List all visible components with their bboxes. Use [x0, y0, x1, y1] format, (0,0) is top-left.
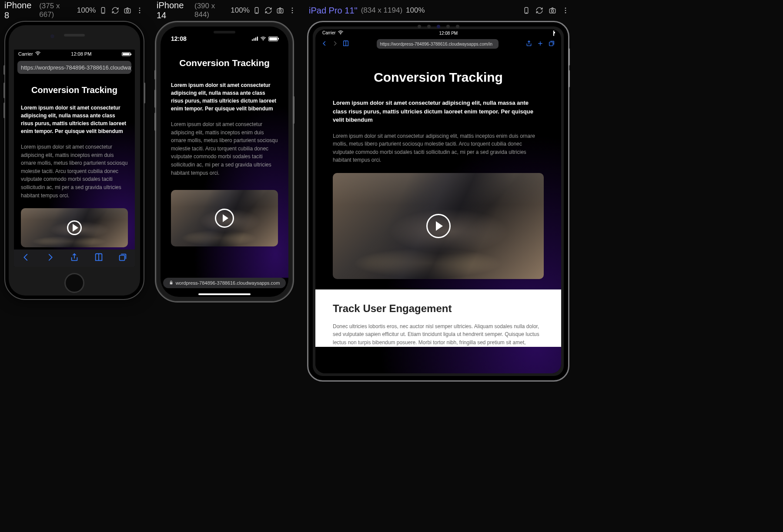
svg-rect-19 [257, 37, 258, 40]
bookmarks-icon[interactable] [342, 40, 349, 48]
device-name: iPhone 8 [4, 0, 36, 20]
device-icon[interactable] [521, 5, 532, 16]
clock: 12:08 [171, 35, 187, 42]
bookmarks-icon[interactable] [94, 253, 104, 264]
lock-icon [169, 280, 173, 286]
camera-icon[interactable] [276, 5, 285, 16]
camera-array [418, 25, 459, 28]
tabs-icon[interactable] [118, 253, 127, 264]
body-text: Lorem ipsum dolor sit amet consectetur a… [333, 132, 544, 164]
forward-icon [332, 40, 338, 48]
url-bar[interactable]: https://wordpress-784896-3788616.cloudwa… [377, 39, 499, 49]
clock: 12:08 PM [439, 31, 458, 36]
url-pill[interactable]: wordpress-784896-3788616.cloudwaysapps.c… [163, 278, 286, 288]
home-button[interactable] [64, 273, 84, 293]
share-icon[interactable] [70, 253, 79, 264]
iphone14-frame: 12:08 Conversion Tracking Lorem ipsum do… [155, 21, 294, 303]
section-title: Track User Engagement [333, 303, 544, 315]
url-text: https://wordpress-784896-3788616.cloudwa… [21, 64, 131, 71]
svg-rect-11 [278, 9, 284, 13]
svg-rect-2 [124, 9, 130, 13]
svg-point-29 [340, 34, 341, 35]
svg-point-27 [565, 10, 566, 11]
safari-toolbar [14, 249, 135, 267]
play-icon[interactable] [426, 214, 451, 238]
back-icon[interactable] [21, 253, 31, 264]
device-zoom: 100% [406, 6, 425, 15]
device-zoom: 100% [77, 6, 96, 15]
battery-icon [122, 52, 130, 56]
white-section: Track User Engagement Donec ultricies lo… [315, 289, 561, 347]
iphone8-frame: Carrier 12:08 PM https://wordpress-78489… [4, 21, 144, 300]
body-text: Lorem ipsum dolor sit amet consectetur a… [21, 143, 128, 200]
device-name: iPhone 14 [157, 0, 191, 20]
iphone8-screen: Carrier 12:08 PM https://wordpress-78489… [14, 50, 135, 267]
battery-icon [553, 30, 554, 36]
safari-toolbar: https://wordpress-784896-3788616.cloudwa… [315, 37, 561, 51]
page-title: Conversion Tracking [171, 58, 278, 68]
svg-point-14 [291, 10, 293, 11]
clock: 12:08 PM [71, 51, 91, 57]
section-text: Donec ultricies lobortis eros, nec aucto… [333, 323, 544, 347]
svg-point-13 [291, 7, 293, 9]
page-content[interactable]: Conversion Tracking Lorem ipsum dolor si… [14, 76, 135, 249]
svg-point-6 [139, 12, 141, 13]
ipad-frame: Carrier 12:08 PM https://wordpress-78489… [307, 21, 569, 382]
forward-icon[interactable] [45, 253, 55, 264]
page-content[interactable]: Conversion Tracking Lorem ipsum dolor si… [315, 51, 561, 373]
video-card[interactable] [21, 208, 128, 247]
svg-rect-24 [549, 9, 555, 13]
svg-point-26 [565, 7, 566, 9]
svg-rect-16 [252, 40, 253, 41]
svg-rect-18 [255, 37, 256, 40]
page-title: Conversion Tracking [333, 70, 544, 85]
safari-bottom-bar: wordpress-784896-3788616.cloudwaysapps.c… [161, 278, 288, 297]
device-name: iPad Pro 11" [309, 6, 358, 16]
video-card[interactable] [171, 190, 278, 246]
new-tab-icon[interactable] [537, 40, 544, 48]
url-text: https://wordpress-784896-3788616.cloudwa… [380, 42, 493, 47]
svg-point-7 [37, 55, 38, 56]
reload-icon[interactable] [264, 5, 273, 16]
video-card[interactable] [333, 173, 544, 279]
body-text: Lorem ipsum dolor sit amet consectetur a… [171, 120, 278, 177]
device-icon[interactable] [98, 5, 108, 16]
url-bar[interactable]: https://wordpress-784896-3788616.cloudwa… [17, 61, 131, 74]
device-dimensions: (375 x 667) [39, 2, 74, 19]
more-icon[interactable] [135, 5, 144, 16]
svg-point-28 [565, 12, 566, 13]
svg-point-20 [263, 40, 264, 41]
pane-header-iphone14: iPhone 14 (390 x 844) 100% [152, 0, 300, 21]
wifi-icon [338, 30, 344, 36]
status-bar: Carrier 12:08 PM [14, 50, 135, 58]
lead-text: Lorem ipsum dolor sit amet consectetur a… [21, 104, 128, 135]
play-icon[interactable] [215, 209, 234, 228]
camera-icon[interactable] [123, 5, 132, 16]
share-icon[interactable] [525, 40, 532, 48]
play-icon[interactable] [67, 220, 82, 235]
iphone14-screen: 12:08 Conversion Tracking Lorem ipsum do… [161, 27, 288, 297]
device-icon[interactable] [252, 5, 261, 16]
url-domain: wordpress-784896-3788616.cloudwaysapps.c… [176, 280, 280, 286]
page-title: Conversion Tracking [21, 85, 128, 95]
ipad-screen: Carrier 12:08 PM https://wordpress-78489… [315, 29, 561, 373]
notch [194, 27, 255, 40]
home-indicator[interactable] [198, 293, 251, 295]
device-zoom: 100% [231, 6, 249, 15]
device-dimensions: (834 x 1194) [361, 6, 402, 15]
pane-header-ipad: iPad Pro 11" (834 x 1194) 100% [304, 0, 574, 21]
reload-icon[interactable] [110, 5, 120, 16]
lead-text: Lorem ipsum dolor sit amet consectetur a… [171, 81, 278, 113]
more-icon[interactable] [560, 5, 571, 16]
more-icon[interactable] [288, 5, 297, 16]
back-icon[interactable] [321, 40, 328, 48]
camera-icon[interactable] [547, 5, 558, 16]
reload-icon[interactable] [534, 5, 545, 16]
svg-rect-21 [170, 282, 172, 284]
svg-point-3 [126, 10, 128, 12]
lead-text: Lorem ipsum dolor sit amet consectetur a… [333, 99, 544, 124]
page-content[interactable]: Conversion Tracking Lorem ipsum dolor si… [161, 44, 288, 278]
carrier-label: Carrier [18, 51, 33, 57]
tabs-icon[interactable] [548, 40, 555, 48]
svg-point-15 [291, 12, 293, 13]
